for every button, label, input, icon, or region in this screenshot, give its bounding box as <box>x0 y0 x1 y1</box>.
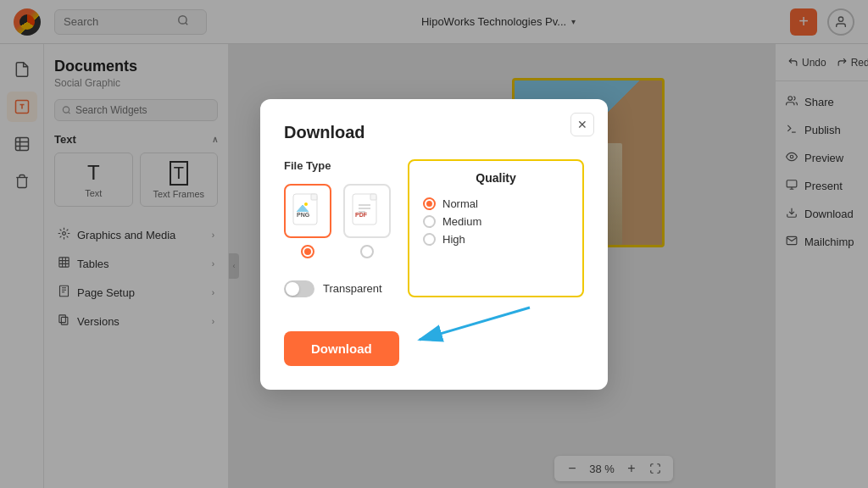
download-action-row: Download <box>284 314 584 366</box>
pdf-icon-box: PDF <box>343 184 391 238</box>
file-type-label: File Type <box>284 159 391 172</box>
modal-title: Download <box>284 123 584 142</box>
file-type-icons: PNG <box>284 184 391 258</box>
svg-point-18 <box>304 202 308 206</box>
quality-high-radio[interactable] <box>423 233 436 246</box>
download-modal: Download ✕ File Type PNG <box>260 99 608 390</box>
quality-medium[interactable]: Medium <box>423 213 569 230</box>
svg-text:PNG: PNG <box>297 212 310 218</box>
toggle-knob <box>286 282 299 296</box>
modal-overlay[interactable]: Download ✕ File Type PNG <box>0 0 868 488</box>
file-type-section: File Type PNG <box>284 159 391 297</box>
quality-normal-radio[interactable] <box>423 197 436 210</box>
modal-close-button[interactable]: ✕ <box>570 113 594 136</box>
quality-medium-label: Medium <box>442 215 481 228</box>
transparent-row: Transparent <box>284 280 391 297</box>
quality-normal[interactable]: Normal <box>423 195 569 213</box>
pdf-file-icon: PDF <box>352 193 382 229</box>
quality-normal-label: Normal <box>442 197 478 210</box>
png-radio[interactable] <box>301 245 314 258</box>
quality-section: Quality Normal Medium High <box>408 159 584 297</box>
png-option[interactable]: PNG <box>284 184 331 258</box>
quality-medium-radio[interactable] <box>423 215 436 228</box>
modal-body: File Type PNG <box>284 159 584 297</box>
quality-high-label: High <box>442 233 465 246</box>
transparent-label: Transparent <box>323 282 382 295</box>
download-button[interactable]: Download <box>284 331 399 366</box>
pdf-radio[interactable] <box>360 245 374 258</box>
transparent-toggle[interactable] <box>284 280 314 297</box>
svg-rect-16 <box>311 194 317 200</box>
png-file-icon: PNG <box>292 193 323 229</box>
png-icon-box: PNG <box>284 184 331 238</box>
quality-high[interactable]: High <box>423 230 569 248</box>
svg-text:PDF: PDF <box>355 212 368 218</box>
quality-title: Quality <box>423 171 569 185</box>
svg-rect-20 <box>370 194 376 200</box>
pdf-option[interactable]: PDF <box>343 184 391 258</box>
